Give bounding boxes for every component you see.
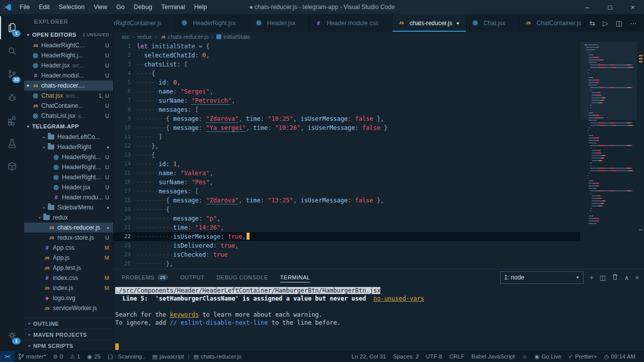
encoding[interactable]: UTF-8 [422,351,446,362]
open-editor-item[interactable]: JSHeaderRightC...U [24,40,113,50]
code-line-24[interactable]: 24··········isChecked: true [114,250,580,259]
activity-search-icon[interactable] [0,39,24,62]
code-line-17[interactable]: 17······messages: [ [114,187,580,196]
tree-item[interactable]: JSredux-store.jsU [24,233,113,243]
remote-indicator[interactable]: >< [0,351,15,362]
tree-item[interactable]: #App.cssM [24,243,113,253]
code-line-19[interactable]: 19········{ [114,205,580,214]
prettier[interactable]: ✓Prettier+ [565,351,601,362]
code-line-4[interactable]: 4····{ [114,69,580,78]
menu-go[interactable]: Go [112,4,129,11]
code-line-20[interactable]: 20··········message: "p", [114,214,580,223]
close-panel-icon[interactable]: × [635,274,639,281]
tree-item[interactable]: #index.cssM [24,273,113,283]
editor-tab[interactable]: HeaderRight.jsx [176,14,250,32]
menu-selection[interactable]: Selection [54,4,89,11]
activity-test-icon[interactable] [0,132,24,155]
code-line-3[interactable]: 3··chatsList: [ [114,60,580,69]
panel-tab-debug-console[interactable]: DEBUG CONSOLE [216,269,268,285]
menu-terminal[interactable]: Terminal [157,4,190,11]
editor-tab[interactable]: #Header.module.css [309,14,392,32]
section-outline[interactable]: ▸OUTLINE [24,318,113,329]
close-button[interactable]: × [621,0,644,14]
tree-item[interactable]: HeaderRight...U [24,172,113,182]
code-line-14[interactable]: 14······id: 1, [114,160,580,169]
breadcrumb-item[interactable]: src [122,34,129,40]
panel-tab-output[interactable]: OUTPUT [180,269,204,285]
feedback[interactable]: ☺ [518,351,531,362]
compare-changes-icon[interactable]: ⇆ [589,19,595,27]
separator[interactable]: | [188,351,190,362]
clock[interactable]: ◷09:14 AM [601,351,639,362]
code-line-2[interactable]: 2··selectedChatId: 0, [114,51,580,60]
menu-help[interactable]: Help [190,4,212,11]
breadcrumb-item[interactable]: JSchats-reducer.js [159,34,208,40]
minimize-button[interactable]: – [576,0,599,14]
tree-item[interactable]: ▾redux [24,212,113,223]
tree-item[interactable]: Header.jsxU [24,182,113,192]
active-file[interactable]: ▤chats-reducer.js [190,351,246,362]
minimap[interactable] [581,42,637,269]
language[interactable]: ▤javascript [149,351,188,362]
editor-tab[interactable]: Header.jsx [250,14,310,32]
panel-tab-problems[interactable]: PROBLEMS26 [122,269,168,285]
code-line-22[interactable]: 22··········isUserMessage: true, [114,232,580,241]
open-editor-item[interactable]: ●JSchats-reducer.... [24,81,113,91]
tree-item[interactable]: JSindex.jsM [24,283,113,293]
menu-view[interactable]: View [89,4,112,11]
open-editor-item[interactable]: JSChatContaine...U [24,101,113,111]
more-actions-icon[interactable]: ⋯ [630,19,637,27]
open-editor-item[interactable]: Chat.jsxsrc\...1,U [24,91,113,101]
git-branch[interactable]: master* [15,351,50,362]
code-line-15[interactable]: 15······name: "Valera", [114,169,580,178]
tree-item[interactable]: ▸SidebarMenu● [24,202,113,212]
tree-item[interactable]: ◆logo.svg [24,293,113,303]
open-editors-header[interactable]: ▾ OPEN EDITORS 1 UNSAVED [24,29,113,40]
activity-explorer-icon[interactable]: 1 [0,16,24,39]
run-icon[interactable]: ▷ [603,19,608,27]
tree-item[interactable]: JSserviceWorker.js [24,303,113,313]
menu-file[interactable]: File [15,4,34,11]
tree-item[interactable]: JSchats-reducer.js● [24,223,113,233]
code-line-9[interactable]: 9········{ message: "Zdarova", time: "10… [114,114,580,123]
language-mode[interactable]: Babel JavaScript [468,351,518,362]
code-line-6[interactable]: 6······name: "Sergei", [114,87,580,96]
tree-item[interactable]: ▸HeaderLeftCo... [24,132,113,142]
tree-item[interactable]: JSApp.test.js [24,263,113,273]
breadcrumb-item[interactable]: initialState [216,34,250,40]
code-line-23[interactable]: 23··········isDelivered: true, [114,241,580,250]
info-count[interactable]: ◉25 [84,351,104,362]
indentation[interactable]: Spaces: 2 [389,351,422,362]
activity-debug-icon[interactable] [0,86,24,109]
todo-scanning[interactable]: {.} : Scanning.. [104,351,149,362]
open-editor-item[interactable]: ChatsList.jsxs...U [24,111,113,121]
menu-edit[interactable]: Edit [34,4,54,11]
code-content[interactable]: 1let initialState = {2··selectedChatId: … [114,42,580,269]
cursor-position[interactable]: Ln 22, Col 31 [348,351,389,362]
editor-tab[interactable]: JSchats-reducer.js● [392,14,466,32]
code-line-18[interactable]: 18········{ message: "Zdarova", time: "1… [114,196,580,205]
section-npm-scripts[interactable]: ▸NPM SCRIPTS [24,340,113,351]
editor-tab[interactable]: Chat.jsx [466,14,519,32]
tree-item[interactable]: #Header.modu...U [24,192,113,202]
open-editor-item[interactable]: #Header.modul...U [24,70,113,81]
split-terminal-icon[interactable]: ◫ [600,274,606,281]
tree-item[interactable]: HeaderRight...U [24,162,113,172]
code-line-21[interactable]: 21··········time: "14:26", [114,223,580,232]
code-line-13[interactable]: 13····{ [114,151,580,160]
code-line-12[interactable]: 12····}, [114,141,580,151]
split-editor-icon[interactable]: ◫ [616,19,622,27]
maximize-button[interactable]: □ [599,0,621,14]
activity-project-icon[interactable] [0,155,24,178]
code-line-8[interactable]: 8······messages: [ [114,105,580,114]
workspace-header[interactable]: ▾ TELEGRAM-APP [24,121,113,132]
code-line-16[interactable]: 16······surName: "Pes", [114,178,580,187]
breadcrumb-item[interactable]: redux [137,34,152,40]
editor-tab[interactable]: JSChatContainer.js [519,14,582,32]
go-live[interactable]: ◉Go Live [531,351,565,362]
activity-settings-icon[interactable]: 1 [0,324,24,347]
activity-extensions-icon[interactable] [0,109,24,132]
code-line-10[interactable]: 10········{ message: "Ya sergei", time: … [114,123,580,132]
section-maven-projects[interactable]: ▸MAVEN PROJECTS [24,329,113,340]
open-editor-item[interactable]: HeaderRight.j...U [24,50,113,60]
